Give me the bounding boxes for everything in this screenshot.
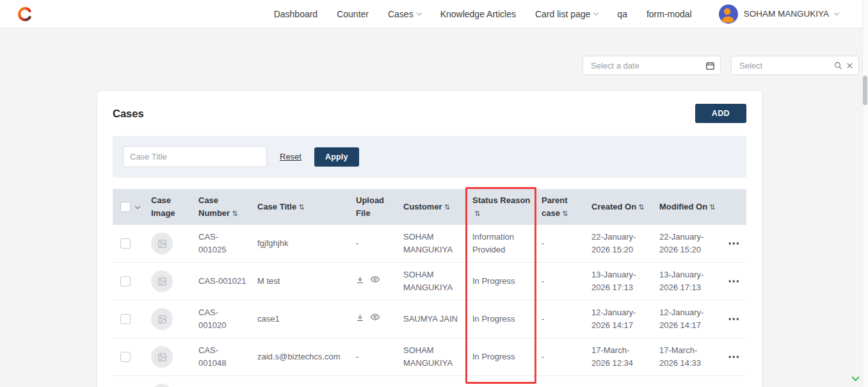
sort-icon[interactable] — [638, 201, 644, 213]
customer-cell: SOHAM — [398, 384, 467, 387]
nav-item-card-list-page[interactable]: Card list page — [535, 9, 598, 19]
nav-item-qa[interactable]: qa — [617, 9, 627, 19]
table-row: CAS-SOHAM17-March-17-March- — [113, 376, 746, 387]
case-title-search-input[interactable] — [123, 146, 267, 167]
column-header-case-title[interactable]: Case Title — [252, 197, 351, 217]
row-checkbox[interactable] — [120, 352, 131, 362]
upload-file-cell: - — [351, 233, 398, 254]
more-options-icon[interactable] — [728, 272, 741, 290]
column-header-modified-on[interactable]: Modified On — [654, 197, 722, 217]
nav-item-form-modal[interactable]: form-modal — [647, 9, 692, 19]
select-filter-input[interactable] — [738, 60, 830, 71]
column-label: Status Reason — [472, 195, 530, 205]
user-name: SOHAM MANGUKIYA — [744, 9, 829, 19]
calendar-icon[interactable] — [705, 61, 715, 70]
date-filter[interactable] — [583, 56, 721, 75]
scroll-down-arrow-icon[interactable] — [851, 374, 860, 386]
column-header-case-image[interactable]: Case Image — [146, 190, 193, 224]
case-title-cell: fgjfghjhk — [252, 233, 351, 254]
download-icon[interactable] — [356, 313, 364, 322]
upload-actions — [356, 275, 380, 284]
row-checkbox[interactable] — [120, 314, 131, 324]
case-image-cell — [146, 380, 193, 387]
eye-icon[interactable] — [371, 275, 380, 284]
close-icon[interactable] — [846, 62, 853, 69]
user-menu[interactable]: SOHAM MANGUKIYA — [719, 4, 839, 24]
row-checkbox[interactable] — [120, 276, 131, 286]
created-on-cell: 12-January- 2026 14:17 — [586, 302, 654, 336]
created-on-cell: 22-January- 2026 15:20 — [586, 227, 654, 260]
case-number-cell: CAS- 001025 — [193, 227, 252, 260]
case-image-placeholder — [151, 308, 173, 330]
scrollbar-thumb[interactable] — [863, 76, 867, 105]
nav-item-label: Cases — [388, 9, 414, 19]
upload-file-cell — [351, 309, 398, 329]
actions-column-header — [722, 203, 746, 211]
column-header-upload-file[interactable]: Upload File — [351, 190, 398, 224]
parent-case-cell: - — [536, 309, 586, 329]
table-row: CAS- 001025fgjfghjhk-SOHAM MANGUKIYAInfo… — [113, 225, 746, 263]
more-options-icon[interactable] — [728, 309, 741, 328]
app-logo[interactable] — [18, 7, 32, 21]
upload-actions — [356, 313, 380, 322]
sort-icon[interactable] — [232, 207, 237, 220]
date-filter-input[interactable] — [590, 60, 702, 71]
chevron-down-icon[interactable] — [135, 203, 140, 208]
row-actions-cell — [722, 381, 746, 387]
download-icon[interactable] — [356, 276, 364, 284]
modified-on-cell: 13-January- 2026 17:13 — [654, 265, 722, 298]
select-all-cell — [113, 198, 146, 216]
row-select-cell — [113, 235, 146, 252]
cases-panel-header: Cases ADD — [113, 104, 746, 123]
select-filter[interactable] — [731, 56, 859, 75]
search-icon[interactable] — [834, 62, 842, 70]
nav-item-dashboard[interactable]: Dashboard — [274, 9, 318, 19]
status-reason-cell: In Progress — [467, 271, 536, 292]
image-icon — [157, 277, 167, 286]
column-header-case-number[interactable]: Case Number — [193, 190, 252, 224]
created-on-cell: 17-March- 2026 12:34 — [586, 340, 654, 374]
sort-icon[interactable] — [562, 207, 568, 220]
modified-on-cell: 17-March- 2026 14:33 — [654, 340, 722, 374]
column-header-created-on[interactable]: Created On — [586, 197, 654, 217]
top-navigation: DashboardCounterCasesKnowledge ArticlesC… — [0, 0, 868, 28]
modified-on-cell: 17-March- — [654, 384, 722, 387]
customer-cell: SOHAM MANGUKIYA — [398, 227, 467, 260]
nav-item-label: Card list page — [535, 9, 590, 19]
column-header-status-reason[interactable]: Status Reason — [467, 190, 536, 224]
parent-case-cell: - — [536, 347, 586, 367]
column-header-customer[interactable]: Customer — [398, 197, 467, 217]
sort-icon[interactable] — [709, 201, 715, 213]
case-image-cell — [146, 342, 193, 372]
nav-item-label: form-modal — [647, 9, 692, 19]
add-button[interactable]: ADD — [695, 104, 746, 123]
column-header-parent-case[interactable]: Parent case — [536, 190, 586, 224]
table-filter-strip: Reset Apply — [113, 136, 746, 177]
column-label: Upload File — [356, 195, 384, 218]
image-icon — [157, 352, 167, 362]
row-checkbox[interactable] — [120, 238, 131, 249]
case-number-cell: CAS- — [193, 384, 252, 387]
nav-item-cases[interactable]: Cases — [388, 9, 421, 19]
case-image-cell — [146, 229, 193, 258]
page-title: Cases — [113, 108, 144, 120]
column-label: Customer — [403, 202, 442, 211]
column-label: Case Number — [198, 195, 230, 218]
row-select-cell — [113, 310, 146, 328]
sort-icon[interactable] — [444, 201, 450, 213]
eye-icon[interactable] — [371, 313, 380, 322]
nav-item-counter[interactable]: Counter — [337, 9, 369, 19]
select-all-checkbox[interactable] — [120, 202, 131, 212]
apply-button[interactable]: Apply — [314, 147, 359, 167]
nav-item-knowledge-articles[interactable]: Knowledge Articles — [440, 9, 516, 19]
column-label: Modified On — [659, 202, 707, 211]
more-options-icon[interactable] — [728, 234, 741, 252]
table-header-row: Case ImageCase NumberCase TitleUpload Fi… — [113, 189, 746, 225]
case-image-cell — [146, 304, 193, 334]
sort-icon[interactable] — [298, 201, 304, 213]
page-scrollbar[interactable] — [862, 0, 868, 387]
case-title-cell: case1 — [252, 309, 351, 329]
more-options-icon[interactable] — [728, 347, 741, 366]
reset-link[interactable]: Reset — [280, 152, 301, 161]
sort-icon[interactable] — [474, 207, 480, 220]
